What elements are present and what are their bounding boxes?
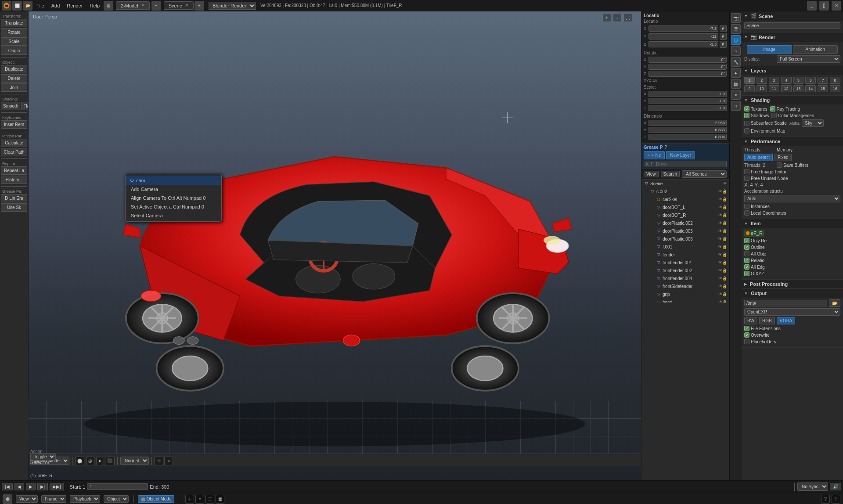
local-coords-checkbox[interactable] bbox=[744, 210, 749, 216]
relatio-checkbox[interactable]: ✓ bbox=[744, 258, 749, 263]
object-mode-status[interactable]: ⬤ Object Mode bbox=[138, 495, 174, 503]
loc-y-input[interactable]: -12 bbox=[648, 33, 718, 40]
tab-close-scene[interactable]: ✕ bbox=[185, 3, 189, 8]
repeat-last-btn[interactable]: Repeat La bbox=[1, 166, 27, 175]
scale-z-input[interactable] bbox=[648, 105, 727, 111]
overlay-toggle[interactable]: ⬛ bbox=[105, 457, 115, 465]
ctx-align-camera[interactable]: Align Camera To Ctrl Alt Numpad 0 bbox=[126, 194, 221, 202]
layer-3[interactable]: 3 bbox=[769, 77, 779, 84]
material-icon[interactable]: ● bbox=[731, 68, 741, 78]
mirror-status-icon[interactable]: ⬚ bbox=[205, 495, 214, 504]
layer-8[interactable]: 8 bbox=[830, 77, 840, 84]
scale-x-input[interactable] bbox=[648, 91, 727, 97]
outliner-scene-select[interactable]: All Scenes bbox=[682, 170, 727, 178]
flat-btn[interactable]: Flat bbox=[21, 102, 29, 110]
frame-menu-status[interactable]: Frame bbox=[41, 495, 66, 503]
ol-item-frontfender002[interactable]: ▽ frontfender.002 👁🔒 bbox=[641, 266, 729, 274]
object-props-icon[interactable]: ○ bbox=[731, 46, 741, 56]
texture-icon[interactable]: ▦ bbox=[731, 79, 741, 89]
envmap-checkbox[interactable] bbox=[744, 128, 749, 133]
layer-14[interactable]: 14 bbox=[805, 85, 816, 92]
scene-name-input[interactable] bbox=[744, 22, 840, 29]
origin-btn[interactable]: Origin bbox=[1, 47, 27, 55]
ol-item-frontsiderfender[interactable]: ▽ frontSidefender 👁🔒 bbox=[641, 282, 729, 290]
ol-item-doorplastic006[interactable]: ▽ doorPlastic.006 👁🔒 bbox=[641, 235, 729, 243]
layer-6[interactable]: 6 bbox=[805, 77, 816, 84]
render-menu[interactable]: Render bbox=[64, 2, 86, 9]
scene-icon-btn[interactable]: 🎬 bbox=[731, 24, 741, 34]
pp-header[interactable]: ▶ Post Processing bbox=[742, 280, 843, 288]
auto-detect-btn[interactable]: Auto-detect bbox=[744, 154, 773, 161]
viewport-shade[interactable]: ● bbox=[96, 457, 103, 465]
scene-section-header[interactable]: ▼ 🎬 Scene bbox=[742, 11, 843, 21]
open-icon[interactable]: 📂 bbox=[23, 1, 32, 11]
free-image-checkbox[interactable] bbox=[744, 169, 749, 174]
particles-icon[interactable]: ✦ bbox=[731, 90, 741, 100]
ol-item-c002[interactable]: ▽ c.002 👁🔒 bbox=[641, 187, 729, 195]
sync-select[interactable]: No Sync bbox=[797, 482, 828, 491]
ctx-add-camera[interactable]: Add Camera bbox=[126, 185, 221, 194]
scale-btn[interactable]: Scale bbox=[1, 37, 27, 46]
alpha-select[interactable]: Sky bbox=[802, 119, 824, 127]
all-obj-checkbox[interactable] bbox=[744, 251, 749, 256]
layer-16[interactable]: 16 bbox=[830, 85, 840, 92]
audio-btn[interactable]: 🔊 bbox=[830, 483, 841, 490]
outline-checkbox[interactable]: ✓ bbox=[744, 245, 749, 250]
outliner-scene-root[interactable]: ▽ Scene 👁 bbox=[641, 180, 729, 187]
layer-5[interactable]: 5 bbox=[793, 77, 804, 84]
display-perf-select[interactable]: Auto bbox=[744, 195, 840, 202]
grid-status-icon[interactable]: ▦ bbox=[216, 495, 224, 504]
dim-y-input[interactable] bbox=[648, 127, 727, 133]
shading-header[interactable]: ▼ Shading bbox=[742, 96, 843, 104]
ol-item-frontfender001[interactable]: ▽ frontfender.001 👁🔒 bbox=[641, 259, 729, 266]
overwrite-checkbox[interactable]: ✓ bbox=[744, 332, 749, 338]
g-xyz-checkbox[interactable]: ✓ bbox=[744, 271, 749, 276]
perf-header[interactable]: ▼ Performance bbox=[742, 137, 843, 146]
loc-z-expand[interactable]: ◤ bbox=[720, 41, 727, 48]
add-menu[interactable]: Add bbox=[48, 2, 63, 9]
duplicate-btn[interactable]: Duplicate bbox=[1, 65, 27, 73]
subsurface-checkbox[interactable] bbox=[744, 121, 749, 126]
rot-y-input[interactable] bbox=[648, 64, 727, 70]
shading-select[interactable]: Normal bbox=[120, 457, 149, 465]
add-scene-icon[interactable]: + bbox=[195, 1, 204, 11]
loc-y-expand[interactable]: ◤ bbox=[720, 33, 727, 40]
toggle-select[interactable]: Toggle bbox=[30, 453, 56, 461]
dim-z-input[interactable] bbox=[648, 134, 727, 140]
zoom-in-btn[interactable]: + bbox=[602, 13, 611, 22]
playback-menu-status[interactable]: Playback bbox=[70, 495, 100, 503]
blender-icon[interactable] bbox=[2, 1, 11, 11]
save-buffers-checkbox[interactable] bbox=[777, 162, 782, 168]
layer-10[interactable]: 10 bbox=[757, 85, 767, 92]
outliner-view-btn[interactable]: View bbox=[644, 171, 659, 177]
layer-13[interactable]: 13 bbox=[793, 85, 804, 92]
loc-x-expand[interactable]: ◤ bbox=[720, 25, 727, 32]
colormgmt-checkbox[interactable] bbox=[771, 113, 777, 118]
layers-header[interactable]: ▼ Layers bbox=[742, 66, 843, 75]
shadows-checkbox[interactable]: ✓ bbox=[744, 113, 749, 118]
snap-btn[interactable]: ⊹ bbox=[155, 457, 163, 465]
rotate-btn[interactable]: Rotate bbox=[1, 28, 27, 36]
outliner-search-btn[interactable]: Search bbox=[661, 171, 680, 177]
physics-icon[interactable]: ≋ bbox=[731, 101, 741, 111]
layer-7[interactable]: 7 bbox=[818, 77, 828, 84]
layer-9[interactable]: 9 bbox=[744, 85, 755, 92]
clear-path-btn[interactable]: Clear Path bbox=[1, 148, 27, 156]
ol-item-doorbotl[interactable]: ▽ doorBOT_L 👁🔒 bbox=[641, 203, 729, 211]
grease-text-input[interactable] bbox=[644, 161, 727, 167]
ol-item-frontfender004[interactable]: ▽ frontfender.004 👁🔒 bbox=[641, 274, 729, 282]
use-sk-btn[interactable]: Use Sk bbox=[1, 203, 27, 212]
render-anim-tab[interactable]: Animation bbox=[793, 45, 838, 54]
close-btn[interactable]: ✕ bbox=[832, 1, 841, 11]
output-header[interactable]: ▼ Output bbox=[742, 289, 843, 298]
loc-z-input[interactable]: -3.3 bbox=[648, 41, 718, 47]
ol-item-carskel[interactable]: ⬡ carSkel 👁🔒 bbox=[641, 195, 729, 203]
layer-2[interactable]: 2 bbox=[757, 77, 767, 84]
layer-15[interactable]: 15 bbox=[818, 85, 828, 92]
insert-rem-btn[interactable]: Inser Rem bbox=[1, 120, 27, 129]
ol-item-f001[interactable]: ▽ f.001 👁🔒 bbox=[641, 243, 729, 251]
layout-icon[interactable]: ▦ bbox=[104, 1, 113, 11]
all-edge-checkbox[interactable]: ✓ bbox=[744, 264, 749, 270]
rgb-btn[interactable]: RGB bbox=[759, 317, 775, 324]
help-status-icon[interactable]: ? bbox=[821, 495, 830, 504]
